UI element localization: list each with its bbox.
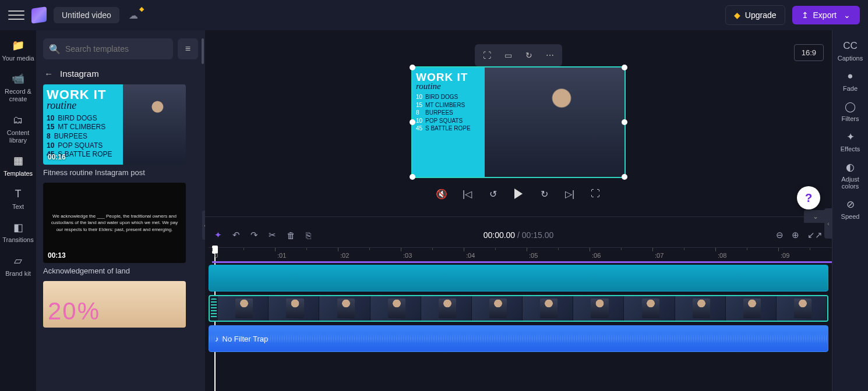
fit-icon[interactable]: ▭	[498, 47, 518, 64]
scrollbar[interactable]	[202, 38, 204, 64]
right-rail-speed[interactable]: ⊘Speed	[841, 198, 860, 220]
right-rail-fade[interactable]: ●Fade	[843, 70, 858, 92]
tick: :07	[652, 248, 664, 262]
ai-sparkle-icon[interactable]: ✦	[214, 230, 222, 240]
video-thumbnail	[218, 296, 269, 321]
gem-badge-icon: ◆	[139, 5, 144, 13]
video-track[interactable]	[209, 295, 828, 322]
right-rail-captions[interactable]: CCCaptions	[838, 40, 863, 62]
back-5s-icon[interactable]: ↺	[485, 186, 500, 201]
crop-icon[interactable]: ⛶	[477, 47, 497, 64]
sidebar-label: Templates	[3, 170, 33, 177]
overlay-track[interactable]	[209, 265, 828, 292]
preview-area: ⛶ ▭ ↻ ⋯ 16:9 WORK ITroutine10BIRD DOGS15…	[205, 30, 832, 216]
resize-handle[interactable]	[410, 119, 415, 125]
search-field[interactable]	[65, 44, 167, 54]
zoom-out-icon[interactable]: ⊖	[776, 230, 784, 240]
right-rail-label: Filters	[842, 115, 859, 122]
sidebar-item-brand-kit[interactable]: ▱Brand kit	[2, 253, 34, 280]
tick: :02	[338, 248, 349, 262]
filter-button[interactable]: ≡	[178, 38, 198, 59]
sidebar-label: Brand kit	[5, 270, 30, 278]
sidebar-label: Record & create	[2, 88, 34, 103]
video-thumbnail	[675, 296, 726, 321]
play-button[interactable]	[511, 186, 526, 201]
resize-handle[interactable]	[622, 119, 627, 125]
sidebar-item-content-library[interactable]: 🗂Content library	[2, 112, 34, 147]
right-rail-filters[interactable]: ◯Filters	[842, 100, 859, 122]
timeline-ruler[interactable]: 0:01:02:03:04:05:06:07:08:09	[209, 247, 832, 262]
filter-icon: ≡	[185, 44, 190, 54]
video-canvas[interactable]: WORK ITroutine10BIRD DOGS15MT CLIMBERS8B…	[411, 66, 626, 178]
undo-icon[interactable]: ↶	[232, 230, 240, 240]
rotate-icon[interactable]: ↻	[519, 47, 539, 64]
help-button[interactable]: ?	[797, 186, 820, 209]
breadcrumb-label: Instagram	[60, 69, 99, 79]
aspect-ratio-button[interactable]: 16:9	[794, 44, 824, 61]
more-icon[interactable]: ⋯	[540, 47, 560, 64]
gem-icon: ◆	[734, 10, 740, 20]
right-rail-label: Effects	[841, 145, 860, 152]
sidebar-item-transitions[interactable]: ◧Transitions	[2, 219, 34, 246]
sidebar-label: Your media	[2, 55, 34, 62]
prev-frame-icon[interactable]: |◁	[460, 186, 475, 201]
timeline: ⌄ ✦ ↶ ↷ ✂ 🗑 ⎘ 00:00.00 / 00:15.00 ⊖ ⊕ ↙↗	[205, 216, 832, 391]
resize-handle[interactable]	[622, 174, 627, 180]
next-frame-icon[interactable]: ▷|	[562, 186, 577, 201]
redo-icon[interactable]: ↷	[250, 230, 258, 240]
right-rail-icon: ✦	[844, 130, 857, 143]
sidebar-item-text[interactable]: TText	[2, 186, 34, 213]
resize-handle[interactable]	[410, 174, 415, 180]
right-rail-icon: ◯	[844, 100, 856, 113]
export-button[interactable]: ↥ Export ⌄	[792, 6, 860, 24]
export-label: Export	[813, 10, 837, 20]
waveform	[209, 326, 828, 351]
template-card[interactable]: We acknowledge the ___ People, the tradi…	[43, 183, 198, 275]
back-arrow-icon[interactable]: ←	[44, 69, 53, 79]
video-thumbnail	[726, 296, 777, 321]
tick: :05	[527, 248, 538, 262]
sidebar-item-record-create[interactable]: 📹Record & create	[2, 70, 34, 105]
resize-handle[interactable]	[622, 65, 627, 70]
sidebar-label: Transitions	[2, 236, 33, 244]
duplicate-icon[interactable]: ⎘	[306, 230, 311, 240]
template-card[interactable]: WORK ITroutine10BIRD DOGS15MT CLIMBERS8B…	[43, 84, 198, 177]
fwd-5s-icon[interactable]: ↻	[537, 186, 552, 201]
video-thumbnail	[269, 296, 319, 321]
sidebar-icon: 🗂	[12, 114, 24, 127]
sidebar-item-your-media[interactable]: 📁Your media	[2, 37, 34, 65]
upgrade-button[interactable]: ◆ Upgrade	[725, 5, 785, 25]
delete-icon[interactable]: 🗑	[287, 230, 295, 240]
sidebar-icon: ◧	[12, 221, 24, 234]
right-rail-adjust-colors[interactable]: ◐Adjust colors	[832, 161, 868, 190]
sidebar-icon: ▦	[12, 155, 24, 168]
video-thumbnail	[319, 296, 370, 321]
top-bar: Untitled video ☁◆ ◆ Upgrade ↥ Export ⌄	[0, 0, 868, 30]
fit-timeline-icon[interactable]: ↙↗	[807, 230, 823, 240]
fullscreen-icon[interactable]: ⛶	[588, 186, 603, 201]
resize-handle[interactable]	[410, 65, 415, 70]
template-title: Fitness routine Instagram post	[43, 168, 198, 177]
tick: :03	[401, 248, 412, 262]
clip-grip[interactable]	[211, 298, 217, 318]
right-rail-icon: CC	[844, 40, 856, 52]
hamburger-menu-icon[interactable]	[8, 7, 24, 23]
project-title[interactable]: Untitled video	[54, 7, 119, 23]
video-thumbnail	[573, 296, 624, 321]
split-icon[interactable]: ✂	[269, 230, 276, 240]
right-rail-label: Speed	[841, 213, 860, 220]
right-sidebar: CCCaptions●Fade◯Filters✦Effects◐Adjust c…	[832, 30, 868, 391]
sidebar-item-templates[interactable]: ▦Templates	[2, 152, 34, 180]
zoom-in-icon[interactable]: ⊕	[792, 230, 799, 240]
template-title: Acknowledgement of land	[43, 266, 198, 275]
search-templates-input[interactable]: 🔍	[43, 38, 173, 59]
right-rail-effects[interactable]: ✦Effects	[841, 130, 860, 152]
template-card[interactable]: 20%	[43, 281, 198, 328]
cloud-sync-icon[interactable]: ☁◆	[129, 10, 138, 21]
tick: :01	[275, 248, 286, 262]
upgrade-label: Upgrade	[745, 10, 777, 20]
mute-icon[interactable]: 🔇	[434, 186, 449, 201]
audio-track[interactable]: ♪ No Filter Trap	[209, 325, 828, 352]
right-rail-label: Fade	[843, 85, 858, 92]
sidebar-icon: ▱	[12, 255, 24, 268]
